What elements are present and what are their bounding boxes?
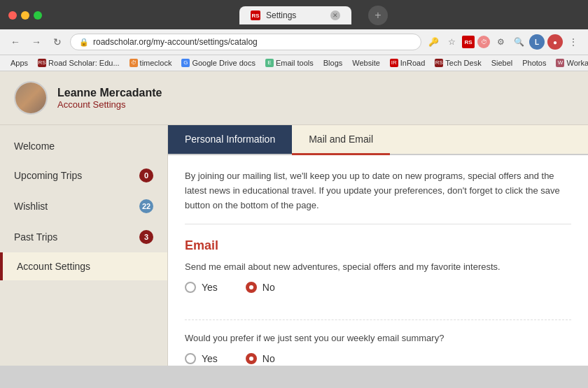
email-tools-icon: E <box>265 59 274 67</box>
page-header: Leanne Mercadante Account Settings <box>0 71 588 125</box>
email-q2-no-radio[interactable] <box>246 353 257 364</box>
url-text: roadscholar.org/my-account/settings/cata… <box>93 37 412 47</box>
key-icon: 🔑 <box>426 34 441 50</box>
lock-icon: 🔒 <box>79 38 89 47</box>
sidebar-item-label: Wishlist <box>14 201 48 212</box>
bookmark-timeclock[interactable]: ⏱ timeclock <box>126 57 176 69</box>
rs-icon: RS <box>462 36 475 48</box>
ext-icon1: ⏱ <box>477 36 490 48</box>
main-layout: Welcome Upcoming Trips 0 Wishlist 22 Pas… <box>0 125 588 366</box>
intro-text: By joining our mailing list, we'll keep … <box>185 169 571 224</box>
email-q2-no-label: No <box>262 353 275 364</box>
sidebar-item-label: Upcoming Trips <box>14 170 82 181</box>
bookmark-gdocs[interactable]: G Google Drive docs <box>178 57 259 69</box>
timeclock-icon: ⏱ <box>130 59 138 67</box>
email-question-2: Would you prefer if we just sent you our… <box>185 333 571 366</box>
menu-icon[interactable]: ⋮ <box>566 34 581 50</box>
techdesk-icon: RS <box>435 59 443 67</box>
sidebar-item-wishlist[interactable]: Wishlist 22 <box>0 191 167 222</box>
email-q2-yes-option[interactable]: Yes <box>185 353 218 364</box>
bookmark-siebel[interactable]: Siebel <box>488 57 517 69</box>
browser-tab[interactable]: RS Settings ✕ <box>239 6 351 24</box>
content-area: Personal Information Mail and Email By j… <box>168 125 588 366</box>
address-bar[interactable]: 🔒 roadscholar.org/my-account/settings/ca… <box>70 34 421 50</box>
upcoming-trips-badge: 0 <box>139 168 153 182</box>
browser-window: RS Settings ✕ + ← → ↻ 🔒 roadscholar.org/… <box>0 0 588 71</box>
email-q1-no-label: No <box>262 282 275 293</box>
sidebar-item-upcoming-trips[interactable]: Upcoming Trips 0 <box>0 160 167 191</box>
user-info: Leanne Mercadante Account Settings <box>57 87 162 110</box>
bookmark-apps[interactable]: Apps <box>7 57 31 69</box>
bookmark-inroad[interactable]: IR InRoad <box>386 57 428 69</box>
bookmark-techdesk[interactable]: RS Tech Desk <box>431 57 484 69</box>
email-q2-radio-group: Yes No <box>185 353 571 364</box>
user-avatar <box>14 81 48 115</box>
email-section-title: Email <box>185 238 571 253</box>
search-icon[interactable]: 🔍 <box>511 34 526 50</box>
sidebar-item-label: Account Settings <box>17 261 90 272</box>
tabs-bar: Personal Information Mail and Email <box>168 125 588 155</box>
tab-title: Settings <box>266 10 296 20</box>
minimize-button[interactable] <box>21 11 29 20</box>
content-inner: By joining our mailing list, we'll keep … <box>168 155 588 366</box>
bookmark-email-tools[interactable]: E Email tools <box>262 57 317 69</box>
nav-bar: ← → ↻ 🔒 roadscholar.org/my-account/setti… <box>0 29 588 55</box>
title-bar: RS Settings ✕ + <box>0 0 588 29</box>
past-trips-badge: 3 <box>139 230 153 244</box>
sidebar: Welcome Upcoming Trips 0 Wishlist 22 Pas… <box>0 125 168 366</box>
email-q1-radio-group: Yes No <box>185 282 571 293</box>
bookmark-website[interactable]: Website <box>349 57 384 69</box>
bookmark-blogs[interactable]: Blogs <box>320 57 346 69</box>
reload-button[interactable]: ↻ <box>49 34 66 50</box>
bookmark-workamajig[interactable]: W Workamajig <box>552 57 588 69</box>
tab-close-icon[interactable]: ✕ <box>330 10 340 20</box>
email-q2-yes-label: Yes <box>202 353 218 364</box>
rs-bookmark-icon: RS <box>38 59 46 67</box>
user-name: Leanne Mercadante <box>57 87 162 99</box>
gdocs-icon: G <box>181 59 190 67</box>
tab-favicon: RS <box>251 10 260 20</box>
email-q2-yes-radio[interactable] <box>185 353 196 364</box>
back-button[interactable]: ← <box>7 34 24 50</box>
tab-mail-and-email[interactable]: Mail and Email <box>292 125 390 155</box>
email-section: Email Send me email about new adventures… <box>185 238 571 366</box>
wishlist-badge: 22 <box>139 199 153 213</box>
email-q1-no-radio[interactable] <box>246 282 257 293</box>
bookmarks-bar: Apps RS Road Scholar: Edu... ⏱ timeclock… <box>0 55 588 71</box>
email-q1-no-option[interactable]: No <box>246 282 275 293</box>
forward-button[interactable]: → <box>28 34 45 50</box>
email-question-1: Send me email about new adventures, spec… <box>185 261 571 320</box>
tab-personal-information[interactable]: Personal Information <box>168 125 292 154</box>
sidebar-item-past-trips[interactable]: Past Trips 3 <box>0 222 167 252</box>
new-tab-button[interactable]: + <box>368 6 388 25</box>
avatar-image <box>15 82 46 113</box>
sidebar-item-label: Welcome <box>14 141 55 152</box>
bookmark-photos[interactable]: Photos <box>519 57 550 69</box>
inroad-icon: IR <box>390 59 398 67</box>
user-avatar-icon[interactable]: L <box>529 34 545 50</box>
sidebar-item-account-settings[interactable]: Account Settings <box>0 252 167 280</box>
email-q2-text: Would you prefer if we just sent you our… <box>185 333 571 343</box>
email-q2-no-option[interactable]: No <box>246 353 275 364</box>
workamajig-icon: W <box>556 59 564 67</box>
sidebar-item-label: Past Trips <box>14 231 57 243</box>
account-icon[interactable]: ● <box>547 34 563 50</box>
bookmark-roadscholar[interactable]: RS Road Scholar: Edu... <box>34 57 123 69</box>
user-subtitle[interactable]: Account Settings <box>57 99 162 110</box>
page-content: Leanne Mercadante Account Settings Welco… <box>0 71 588 366</box>
traffic-lights <box>8 11 42 20</box>
email-q1-yes-option[interactable]: Yes <box>185 282 218 293</box>
fullscreen-button[interactable] <box>34 11 42 20</box>
email-q1-yes-radio[interactable] <box>185 282 196 293</box>
extension-icon: ⚙ <box>493 34 508 50</box>
email-q1-yes-label: Yes <box>202 282 218 293</box>
star-icon[interactable]: ☆ <box>444 34 459 50</box>
nav-icons: 🔑 ☆ RS ⏱ ⚙ 🔍 L ● ⋮ <box>426 34 581 50</box>
close-button[interactable] <box>8 11 17 20</box>
email-q1-text: Send me email about new adventures, spec… <box>185 261 571 272</box>
sidebar-item-welcome[interactable]: Welcome <box>0 132 167 160</box>
